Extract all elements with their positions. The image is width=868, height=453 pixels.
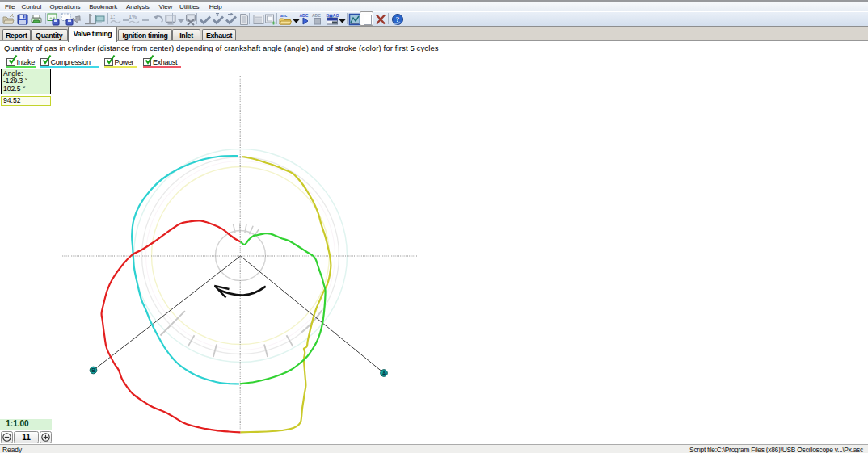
svg-text:ADC: ADC [312, 13, 321, 18]
svg-text:?: ? [396, 15, 400, 23]
svg-text:B: B [91, 367, 95, 373]
svg-text:1%: 1% [129, 14, 137, 19]
svg-text:1:: 1: [110, 14, 115, 19]
svg-text:A: A [382, 371, 386, 376]
svg-text:ADC: ADC [300, 13, 309, 18]
svg-text:asc: asc [280, 13, 288, 18]
